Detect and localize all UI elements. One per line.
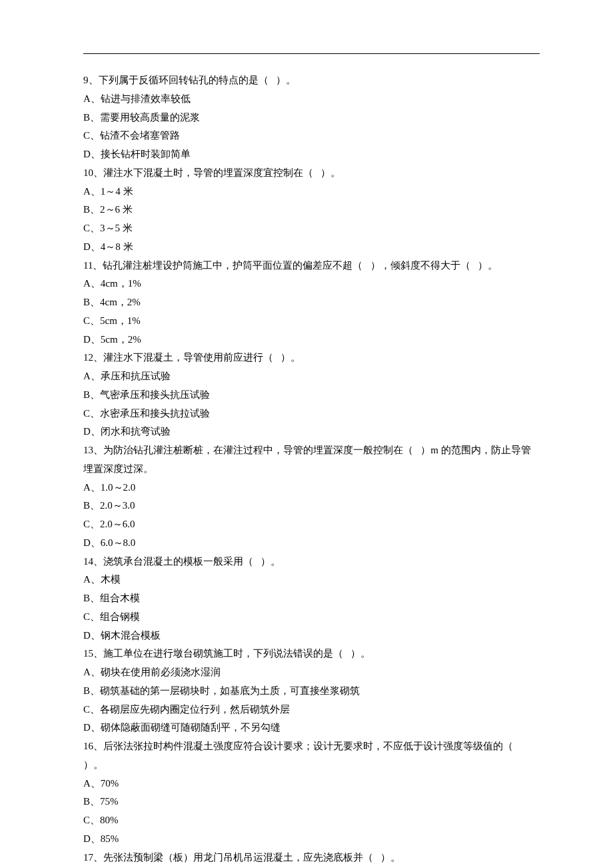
question-option: D、5cm，2% bbox=[83, 331, 540, 349]
question-text: 后张法张拉时构件混凝土强度应符合设计要求；设计无要求时，不应低于设计强度等级值的… bbox=[83, 741, 520, 770]
question-option: B、75% bbox=[83, 793, 540, 811]
question-number: 13 bbox=[83, 445, 93, 455]
top-rule bbox=[83, 53, 540, 54]
question-option: D、钢木混合模板 bbox=[83, 627, 540, 645]
question-option: A、木模 bbox=[83, 571, 540, 589]
question-option: D、接长钻杆时装卸简单 bbox=[83, 145, 540, 164]
question-stem: 10、灌注水下混凝土时，导管的埋置深度宜控制在（ ）。 bbox=[83, 164, 540, 183]
question-option: C、钻渣不会堵塞管路 bbox=[83, 127, 540, 145]
question-option: A、1～4 米 bbox=[83, 183, 540, 201]
question-stem: 15、施工单位在进行墩台砌筑施工时，下列说法错误的是（ ）。 bbox=[83, 645, 540, 663]
question-option: C、水密承压和接头抗拉试验 bbox=[83, 405, 540, 423]
question-stem: 11、钻孔灌注桩埋设护筒施工中，护筒平面位置的偏差应不超（ ），倾斜度不得大于（… bbox=[83, 257, 540, 275]
question-number: 12 bbox=[83, 352, 93, 363]
question-option: B、2～6 米 bbox=[83, 201, 540, 219]
question-stem: 9、下列属于反循环回转钻孔的特点的是（ ）。 bbox=[83, 71, 540, 90]
question-option: C、5cm，1% bbox=[83, 312, 540, 331]
question-text: 先张法预制梁（板）用龙门吊机吊运混凝土，应先浇底板并（ ）。 bbox=[103, 852, 400, 863]
question-option: C、3～5 米 bbox=[83, 219, 540, 238]
question-stem: 17、先张法预制梁（板）用龙门吊机吊运混凝土，应先浇底板并（ ）。 bbox=[83, 849, 540, 867]
question-option: B、气密承压和接头抗压试验 bbox=[83, 386, 540, 405]
question-option: C、各砌层应先砌内圈定位行列，然后砌筑外层 bbox=[83, 701, 540, 719]
question-option: B、4cm，2% bbox=[83, 293, 540, 312]
question-number: 11 bbox=[83, 260, 93, 271]
question-option: A、钻进与排渣效率较低 bbox=[83, 90, 540, 109]
question-text: 灌注水下混凝土，导管使用前应进行（ ）。 bbox=[103, 352, 301, 363]
question-option: B、砌筑基础的第一层砌块时，如基底为土质，可直接坐浆砌筑 bbox=[83, 682, 540, 701]
question-option: C、80% bbox=[83, 811, 540, 830]
document-page: 9、下列属于反循环回转钻孔的特点的是（ ）。 A、钻进与排渣效率较低 B、需要用… bbox=[0, 0, 613, 868]
question-option: A、砌块在使用前必须浇水湿润 bbox=[83, 663, 540, 682]
question-text: 浇筑承台混凝土的模板一般采用（ ）。 bbox=[103, 556, 281, 567]
question-number: 15 bbox=[83, 648, 93, 659]
question-option: D、4～8 米 bbox=[83, 238, 540, 257]
question-stem: 16、后张法张拉时构件混凝土强度应符合设计要求；设计无要求时，不应低于设计强度等… bbox=[83, 737, 540, 775]
question-number: 16 bbox=[83, 741, 93, 751]
question-text: 钻孔灌注桩埋设护筒施工中，护筒平面位置的偏差应不超（ ），倾斜度不得大于（ ）。 bbox=[103, 260, 498, 271]
question-text: 施工单位在进行墩台砌筑施工时，下列说法错误的是（ ）。 bbox=[103, 648, 370, 659]
question-option: C、组合钢模 bbox=[83, 608, 540, 627]
question-stem: 12、灌注水下混凝土，导管使用前应进行（ ）。 bbox=[83, 349, 540, 367]
question-option: D、6.0～8.0 bbox=[83, 534, 540, 553]
question-option: D、85% bbox=[83, 830, 540, 849]
question-text: 灌注水下混凝土时，导管的埋置深度宜控制在（ ）。 bbox=[103, 167, 340, 178]
question-option: D、砌体隐蔽面砌缝可随砌随刮平，不另勾缝 bbox=[83, 719, 540, 737]
question-number: 17 bbox=[83, 852, 93, 863]
question-option: C、2.0～6.0 bbox=[83, 515, 540, 534]
question-stem: 13、为防治钻孔灌注桩断桩，在灌注过程中，导管的埋置深度一般控制在（ ）m 的范… bbox=[83, 441, 540, 479]
question-option: B、2.0～3.0 bbox=[83, 497, 540, 515]
question-number: 9 bbox=[83, 75, 89, 85]
question-option: A、承压和抗压试验 bbox=[83, 367, 540, 386]
question-number: 14 bbox=[83, 556, 93, 567]
question-option: B、需要用较高质量的泥浆 bbox=[83, 109, 540, 127]
question-option: A、1.0～2.0 bbox=[83, 479, 540, 497]
question-number: 10 bbox=[83, 167, 93, 178]
question-option: D、闭水和抗弯试验 bbox=[83, 423, 540, 441]
question-option: A、70% bbox=[83, 775, 540, 793]
question-text: 下列属于反循环回转钻孔的特点的是（ ）。 bbox=[99, 75, 296, 85]
question-option: B、组合木模 bbox=[83, 589, 540, 608]
question-option: A、4cm，1% bbox=[83, 275, 540, 293]
question-stem: 14、浇筑承台混凝土的模板一般采用（ ）。 bbox=[83, 553, 540, 571]
question-text: 为防治钻孔灌注桩断桩，在灌注过程中，导管的埋置深度一般控制在（ ）m 的范围内，… bbox=[83, 445, 531, 474]
